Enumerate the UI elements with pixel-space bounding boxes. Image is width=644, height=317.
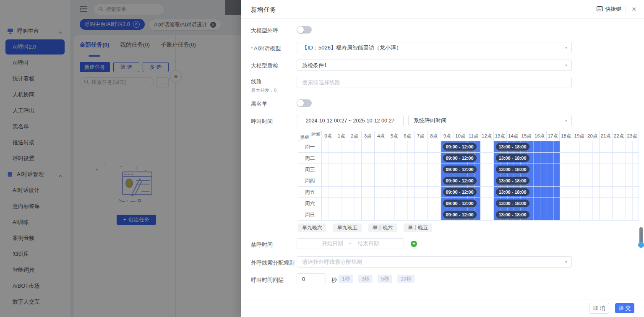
schedule-cell[interactable]: [388, 209, 402, 221]
schedule-cell[interactable]: [362, 187, 375, 198]
schedule-cell[interactable]: [480, 175, 494, 187]
schedule-cell[interactable]: [415, 153, 428, 164]
schedule-cell[interactable]: [375, 187, 388, 198]
schedule-cell[interactable]: [480, 141, 494, 153]
schedule-cell[interactable]: [388, 153, 402, 164]
schedule-cell[interactable]: [600, 153, 613, 164]
schedule-cell[interactable]: [415, 198, 428, 209]
schedule-cell[interactable]: [375, 153, 388, 164]
interval-preset-button[interactable]: 5秒: [378, 275, 392, 283]
schedule-cell[interactable]: [626, 187, 639, 198]
ai-model-select[interactable]: 【ID：5026】福寿康智能回访（龙小淳） ▾: [297, 42, 572, 53]
schedule-cell[interactable]: [335, 141, 349, 153]
schedule-cell[interactable]: [573, 187, 587, 198]
schedule-cell[interactable]: [586, 175, 600, 187]
schedule-preset-button[interactable]: 早九晚五: [333, 223, 362, 232]
schedule-cell[interactable]: [613, 175, 626, 187]
schedule-cell[interactable]: [335, 175, 349, 187]
schedule-cell[interactable]: [348, 153, 362, 164]
schedule-cell[interactable]: [600, 141, 613, 153]
call-time-range-input[interactable]: 2024-10-12 00:27 ~ 2025-10-12 00:27: [297, 115, 404, 126]
schedule-cell[interactable]: [362, 198, 375, 209]
schedule-cell[interactable]: [362, 164, 375, 175]
schedule-time-block[interactable]: 13:00 - 18:00: [494, 175, 560, 186]
schedule-time-block[interactable]: 13:00 - 18:00: [494, 164, 560, 175]
schedule-time-block[interactable]: 13:00 - 18:00: [494, 187, 560, 197]
schedule-cell[interactable]: [388, 175, 402, 187]
schedule-cell[interactable]: [560, 198, 573, 209]
schedule-cell[interactable]: [322, 153, 335, 164]
schedule-time-block[interactable]: 09:00 - 12:00: [441, 187, 481, 197]
schedule-cell[interactable]: [335, 187, 349, 198]
schedule-time-block[interactable]: 09:00 - 12:00: [441, 198, 481, 209]
schedule-preset-button[interactable]: 早十晚六: [368, 223, 397, 232]
schedule-cell[interactable]: [428, 153, 441, 164]
schedule-cell[interactable]: [335, 209, 349, 221]
schedule-cell[interactable]: [600, 175, 613, 187]
submit-button[interactable]: 提 交: [615, 303, 634, 313]
schedule-cell[interactable]: [348, 175, 362, 187]
schedule-cell[interactable]: [415, 164, 428, 175]
schedule-cell[interactable]: [613, 198, 626, 209]
schedule-cell[interactable]: [573, 164, 587, 175]
schedule-cell[interactable]: [415, 187, 428, 198]
schedule-cell[interactable]: [560, 164, 573, 175]
schedule-cell[interactable]: [348, 209, 362, 221]
schedule-cell[interactable]: [573, 198, 587, 209]
schedule-cell[interactable]: [415, 175, 428, 187]
interval-preset-button[interactable]: 1秒: [339, 275, 353, 283]
schedule-cell[interactable]: [362, 153, 375, 164]
schedule-cell[interactable]: [586, 141, 600, 153]
schedule-cell[interactable]: [375, 175, 388, 187]
close-icon[interactable]: ✕: [630, 6, 638, 13]
schedule-cell[interactable]: [322, 198, 335, 209]
schedule-cell[interactable]: [613, 141, 626, 153]
schedule-cell[interactable]: [480, 198, 494, 209]
schedule-time-block[interactable]: 09:00 - 12:00: [441, 141, 481, 152]
schedule-cell[interactable]: [573, 209, 587, 221]
schedule-cell[interactable]: [480, 153, 494, 164]
schedule-cell[interactable]: [480, 187, 494, 198]
schedule-cell[interactable]: [415, 141, 428, 153]
schedule-preset-button[interactable]: 早十晚五: [404, 223, 432, 232]
call-time-mode-select[interactable]: 系统呼叫时间 ▾: [408, 115, 572, 126]
schedule-cell[interactable]: [428, 209, 441, 221]
schedule-cell[interactable]: [560, 141, 573, 153]
schedule-cell[interactable]: [626, 153, 639, 164]
schedule-cell[interactable]: [600, 187, 613, 198]
schedule-cell[interactable]: [586, 153, 600, 164]
schedule-preset-button[interactable]: 早九晚六: [298, 223, 326, 232]
llm-outbound-toggle[interactable]: [297, 26, 312, 34]
schedule-cell[interactable]: [626, 164, 639, 175]
schedule-cell[interactable]: [573, 153, 587, 164]
schedule-cell[interactable]: [322, 141, 335, 153]
schedule-cell[interactable]: [600, 209, 613, 221]
schedule-cell[interactable]: [375, 198, 388, 209]
schedule-cell[interactable]: [348, 164, 362, 175]
blacklist-toggle[interactable]: [297, 99, 312, 107]
schedule-cell[interactable]: [362, 175, 375, 187]
schedule-cell[interactable]: [322, 164, 335, 175]
schedule-cell[interactable]: [348, 198, 362, 209]
drawer-scrollbar-ball[interactable]: [638, 242, 644, 248]
schedule-cell[interactable]: [626, 175, 639, 187]
schedule-cell[interactable]: [375, 209, 388, 221]
schedule-cell[interactable]: [401, 198, 415, 209]
schedule-cell[interactable]: [573, 175, 587, 187]
schedule-cell[interactable]: [626, 141, 639, 153]
shortcut-button[interactable]: 快捷键: [597, 5, 621, 13]
schedule-cell[interactable]: [335, 198, 349, 209]
schedule-cell[interactable]: [613, 153, 626, 164]
schedule-cell[interactable]: [586, 198, 600, 209]
schedule-cell[interactable]: [626, 209, 639, 221]
schedule-cell[interactable]: [560, 153, 573, 164]
schedule-cell[interactable]: [375, 141, 388, 153]
interval-input[interactable]: 0: [297, 273, 326, 284]
schedule-cell[interactable]: [428, 198, 441, 209]
schedule-cell[interactable]: [335, 164, 349, 175]
schedule-cell[interactable]: [362, 209, 375, 221]
schedule-cell[interactable]: [560, 209, 573, 221]
schedule-time-block[interactable]: 09:00 - 12:00: [441, 209, 481, 220]
schedule-cell[interactable]: [586, 164, 600, 175]
schedule-cell[interactable]: [362, 141, 375, 153]
